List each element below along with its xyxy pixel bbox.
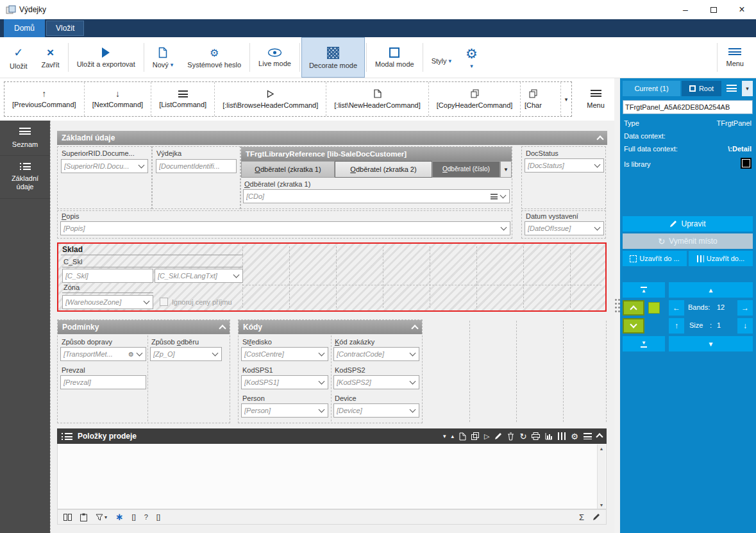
next-command[interactable]: ↓ [NextCommand] bbox=[85, 82, 151, 116]
device-combo[interactable]: [Device] bbox=[333, 403, 419, 418]
caret-up-icon[interactable]: ▴ bbox=[451, 433, 454, 439]
save-export-button[interactable]: Uložit a exportovat bbox=[70, 37, 142, 78]
chart-icon[interactable] bbox=[545, 432, 553, 440]
menu-icon[interactable] bbox=[584, 433, 592, 439]
collapse-icon[interactable] bbox=[596, 433, 603, 440]
vertical-scrollbar[interactable]: ▲ ▼ bbox=[597, 444, 605, 509]
move-to-top-button[interactable]: ▲ bbox=[623, 282, 665, 298]
clipboard-icon[interactable] bbox=[80, 513, 87, 521]
asterisk-icon[interactable]: ∗ bbox=[115, 513, 124, 521]
command-overflow-dropdown[interactable]: ▾ bbox=[560, 82, 571, 116]
copy-item-icon[interactable] bbox=[471, 432, 479, 441]
run-icon[interactable]: ▷ bbox=[484, 432, 489, 441]
sidebar-item-zakladni-udaje[interactable]: Základní údaje bbox=[0, 156, 50, 198]
settings-icon[interactable]: ⚙ bbox=[571, 432, 578, 441]
polozky-header[interactable]: Položky prodeje ▾ ▴ ▷ ↻ ⚙ bbox=[57, 428, 607, 444]
settings-dropdown-button[interactable]: ⚙ ▾ bbox=[458, 37, 485, 78]
size-increase-button[interactable]: ↑ bbox=[669, 318, 684, 334]
decorate-mode-button[interactable]: Decorate mode bbox=[301, 37, 365, 78]
minimize-button[interactable]: – bbox=[671, 0, 700, 19]
new-header-command[interactable]: [:list\NewHeaderCommand] bbox=[326, 82, 429, 116]
band-up-button[interactable] bbox=[623, 300, 644, 316]
splitter[interactable] bbox=[614, 78, 620, 533]
inspector-menu-icon[interactable] bbox=[727, 85, 737, 92]
close-button[interactable]: × Zavřít bbox=[35, 37, 67, 78]
inspector-dropdown[interactable]: ▾ bbox=[742, 81, 753, 96]
move-to-bottom-button[interactable]: ▼ bbox=[623, 336, 665, 351]
dock-left-button[interactable]: Uzavřít do ... bbox=[623, 251, 687, 266]
modal-mode-button[interactable]: Modal mode bbox=[368, 37, 421, 78]
dock-right-button[interactable]: Uzavřít do... bbox=[689, 251, 753, 266]
component-id-field[interactable]: TFrgtPanel_A5A62DE8DA254AB bbox=[623, 100, 753, 114]
move-up-button[interactable]: ▲ bbox=[669, 282, 753, 298]
cdo-combo[interactable]: [CDo] bbox=[243, 189, 510, 203]
styles-button[interactable]: Styly▾ bbox=[424, 37, 458, 78]
browse-header-command[interactable]: [:list\BrowseHeaderCommand] bbox=[215, 82, 326, 116]
menu-button[interactable]: Menu bbox=[719, 37, 751, 78]
print-icon[interactable] bbox=[532, 432, 540, 440]
live-mode-button[interactable]: Live mode bbox=[251, 37, 298, 78]
caret-down-icon[interactable]: ▾ bbox=[443, 433, 446, 439]
save-button[interactable]: ✓ Uložit bbox=[3, 37, 35, 78]
cskl-lang-combo[interactable]: [C_Skl.CFLangTxt] bbox=[155, 269, 243, 283]
tab-vlozit[interactable]: Vložit bbox=[46, 21, 84, 36]
tab-odberatel-cislo[interactable]: Odběratel (číslo) bbox=[432, 161, 500, 178]
copy-header-command[interactable]: [CopyHeaderCommand] bbox=[429, 82, 521, 116]
tab-domu[interactable]: Domů bbox=[4, 19, 45, 37]
filter-button[interactable]: ▾ bbox=[96, 514, 107, 521]
tab-odberatel-zkratka2[interactable]: Odběratel (zkratka 2) bbox=[335, 161, 432, 178]
edit-icon[interactable] bbox=[494, 432, 502, 440]
tab-current[interactable]: Current (1) bbox=[623, 81, 680, 96]
datum-combo[interactable]: [DateOfIssue] bbox=[525, 221, 604, 235]
popis-combo[interactable]: [Popis] bbox=[60, 221, 510, 235]
size-decrease-button[interactable]: ↓ bbox=[737, 318, 753, 334]
system-password-button[interactable]: ⚙ Systémové heslo bbox=[180, 37, 248, 78]
costcentre-combo[interactable]: [CostCentre] bbox=[241, 347, 328, 361]
superior-combo[interactable]: [SuperiorRID.Docu... bbox=[61, 159, 148, 173]
move-down-button[interactable]: ▼ bbox=[669, 336, 753, 351]
swap-button[interactable]: ↻ Vyměnit místo bbox=[623, 233, 753, 249]
scroll-up-icon[interactable]: ▲ bbox=[598, 444, 605, 452]
sklad-section[interactable]: Sklad C_Skl [C_Skl] [C_Skl.CFLangTxt] Zó… bbox=[57, 242, 607, 312]
kodsps2-combo[interactable]: [KodSPS2] bbox=[333, 375, 419, 389]
group-header-podminky[interactable]: Podmínky bbox=[58, 320, 230, 334]
band-down-button[interactable] bbox=[623, 318, 644, 334]
pickup-combo[interactable]: [Zp_O] bbox=[150, 347, 222, 361]
group-header-zakladni-udaje[interactable]: Základní údaje bbox=[57, 131, 607, 145]
layout-icon[interactable] bbox=[63, 514, 72, 521]
change-command[interactable]: [Char bbox=[521, 82, 545, 116]
command-menu-button[interactable]: Menu bbox=[578, 81, 613, 117]
columns-icon[interactable] bbox=[558, 432, 566, 440]
is-library-checkbox[interactable] bbox=[741, 158, 752, 169]
sum-icon[interactable]: Σ bbox=[579, 512, 584, 522]
tab-odberatel-zkratka1[interactable]: Odběratel (zkratka 1) bbox=[241, 161, 335, 178]
close-window-button[interactable]: × bbox=[728, 0, 756, 19]
cskl-input[interactable]: [C_Skl] bbox=[62, 269, 153, 283]
contract-combo[interactable]: [ContractCode] bbox=[333, 347, 419, 361]
transport-combo[interactable]: [TransportMet... ⚙ bbox=[60, 347, 146, 361]
brackets-icon[interactable]: [] bbox=[156, 513, 160, 521]
docstatus-combo[interactable]: [DocStatus] bbox=[525, 158, 604, 173]
edit-button[interactable]: Upravit bbox=[623, 216, 753, 232]
brackets-icon[interactable]: [] bbox=[132, 513, 136, 521]
group-header-kody[interactable]: Kódy bbox=[239, 320, 422, 334]
bands-decrease-button[interactable]: ← bbox=[669, 300, 684, 316]
refresh-icon[interactable]: ↻ bbox=[519, 432, 526, 441]
sidebar-item-seznam[interactable]: Seznam bbox=[0, 121, 50, 156]
previous-command[interactable]: ↑ [PreviousCommand] bbox=[4, 82, 85, 116]
tab-overflow-dropdown[interactable]: ▼ bbox=[500, 161, 512, 178]
ignore-prices-checkbox[interactable] bbox=[160, 298, 168, 306]
tab-root[interactable]: Root bbox=[682, 81, 721, 96]
list-command[interactable]: [ListCommand] bbox=[151, 82, 215, 116]
bands-increase-button[interactable]: → bbox=[737, 300, 753, 316]
person-combo[interactable]: [Person] bbox=[241, 403, 328, 418]
vydejka-input[interactable]: [DocumentIdentifi... bbox=[156, 159, 237, 173]
maximize-button[interactable] bbox=[700, 0, 728, 19]
edit-icon[interactable] bbox=[592, 513, 600, 521]
help-icon[interactable]: ? bbox=[144, 513, 148, 521]
new-button[interactable]: Nový▾ bbox=[146, 37, 181, 78]
kodsps1-combo[interactable]: [KodSPS1] bbox=[241, 375, 328, 389]
zone-combo[interactable]: [WarehouseZone] bbox=[62, 295, 153, 309]
scroll-down-icon[interactable]: ▼ bbox=[598, 501, 605, 509]
new-item-icon[interactable] bbox=[459, 432, 466, 441]
